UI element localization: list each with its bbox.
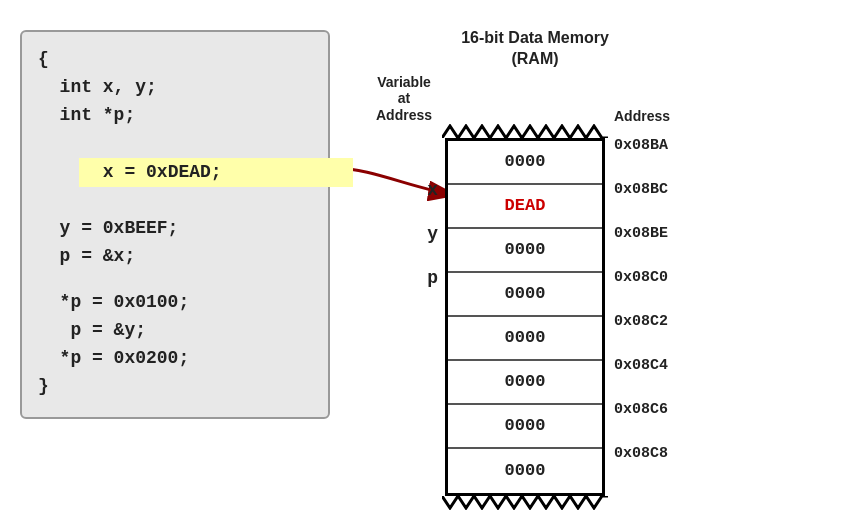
code-line-p-ampx: p = &x; — [38, 243, 312, 271]
var-label-6 — [370, 388, 438, 432]
code-line-int-xy: int x, y; — [38, 74, 312, 102]
code-brace-open: { — [38, 46, 312, 74]
addr-labels: 0x08BA0x08BC0x08BE0x08C00x08C20x08C40x08… — [614, 124, 668, 510]
memory-row-6: 0000 — [448, 405, 602, 449]
addr-label-3: 0x08C0 — [614, 256, 668, 300]
code-line-y-beef: y = 0xBEEF; — [38, 215, 312, 243]
code-line-deref-p-0200: *p = 0x0200; — [38, 345, 312, 373]
memory-row-2: 0000 — [448, 229, 602, 273]
memory-value-7: 0000 — [505, 461, 546, 480]
var-label-4 — [370, 300, 438, 344]
code-line-int-p: int *p; — [38, 102, 312, 130]
var-labels: xyp — [370, 124, 438, 510]
memory-value-6: 0000 — [505, 416, 546, 435]
addr-label-6: 0x08C6 — [614, 388, 668, 432]
addr-label-4: 0x08C2 — [614, 300, 668, 344]
memory-value-0: 0000 — [505, 152, 546, 171]
addr-label-7: 0x08C8 — [614, 432, 668, 476]
memory-row-7: 0000 — [448, 449, 602, 493]
var-label-0 — [370, 124, 438, 168]
code-line-p-ampy: p = &y; — [38, 317, 312, 345]
code-brace-close: } — [38, 373, 312, 401]
jagged-top — [442, 124, 608, 138]
var-label-1: x — [370, 168, 438, 212]
col-header-variable: Variable atAddress — [370, 74, 438, 124]
addr-label-2: 0x08BE — [614, 212, 668, 256]
addr-label-5: 0x08C4 — [614, 344, 668, 388]
memory-value-4: 0000 — [505, 328, 546, 347]
memory-value-2: 0000 — [505, 240, 546, 259]
memory-value-3: 0000 — [505, 284, 546, 303]
var-label-5 — [370, 344, 438, 388]
code-line-deref-p-0100: *p = 0x0100; — [38, 289, 312, 317]
code-line-x-dead: x = 0xDEAD; — [38, 130, 312, 216]
var-label-7 — [370, 432, 438, 476]
highlight-x-dead: x = 0xDEAD; — [79, 158, 353, 188]
col-header-address: Address — [614, 108, 670, 124]
memory-row-1: DEAD — [448, 185, 602, 229]
code-panel: { int x, y; int *p; x = 0xDEAD; y = 0xBE… — [20, 30, 330, 419]
addr-label-1: 0x08BC — [614, 168, 668, 212]
var-label-3: p — [370, 256, 438, 300]
memory-row-3: 0000 — [448, 273, 602, 317]
addr-label-0: 0x08BA — [614, 124, 668, 168]
var-label-2: y — [370, 212, 438, 256]
memory-value-1: DEAD — [505, 196, 546, 215]
jagged-bottom — [442, 496, 608, 510]
memory-title: 16-bit Data Memory (RAM) — [370, 28, 700, 70]
memory-row-4: 0000 — [448, 317, 602, 361]
memory-row-5: 0000 — [448, 361, 602, 405]
memory-row-0: 0000 — [448, 141, 602, 185]
memory-table-wrapper: xyp 0000DEAD000000000000000000000000 0x0… — [370, 124, 700, 510]
memory-section: 16-bit Data Memory (RAM) Variable atAddr… — [370, 28, 700, 510]
memory-box: 0000DEAD000000000000000000000000 — [445, 138, 605, 496]
memory-value-5: 0000 — [505, 372, 546, 391]
